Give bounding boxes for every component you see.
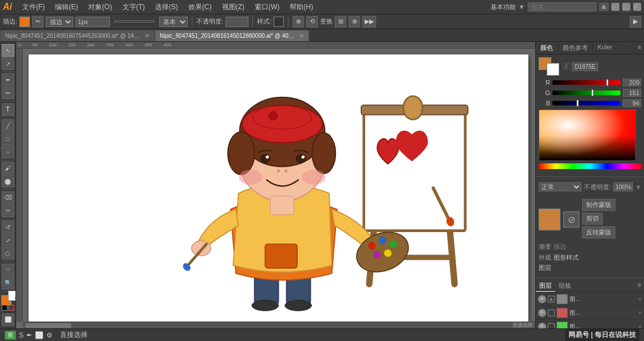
rotate-tool[interactable]: ↺ bbox=[2, 221, 14, 233]
clip-button[interactable]: 剪切 bbox=[582, 213, 603, 225]
bg-swatch[interactable] bbox=[547, 63, 559, 76]
r-value-input[interactable]: 209 bbox=[623, 79, 641, 87]
menu-object[interactable]: 对象(O) bbox=[84, 1, 116, 13]
stroke-mode-dropdown[interactable]: 描边 bbox=[46, 17, 73, 27]
tab-kuler[interactable]: Kuler bbox=[593, 42, 618, 54]
r-slider[interactable] bbox=[552, 80, 621, 85]
settings-icon[interactable]: ⚙ bbox=[46, 331, 53, 339]
transform-button[interactable]: ⟲ bbox=[306, 16, 318, 28]
layer-visibility-2[interactable]: 👁 bbox=[538, 309, 546, 317]
layer-options-2[interactable]: ○ bbox=[638, 309, 642, 316]
menu-edit[interactable]: 编辑(E) bbox=[50, 1, 82, 13]
tab-color-ref[interactable]: 颜色参考 bbox=[558, 42, 593, 54]
horizontal-scroll-thumb[interactable] bbox=[25, 323, 71, 328]
make-mask-button[interactable]: 制作蒙版 bbox=[582, 199, 615, 211]
search-input[interactable] bbox=[528, 2, 596, 11]
zoom-tool[interactable]: 🔍 bbox=[2, 277, 14, 289]
scale-tool[interactable]: ⤢ bbox=[2, 234, 14, 246]
layer-option[interactable]: 图层 bbox=[539, 264, 551, 272]
g-thumb[interactable] bbox=[591, 89, 594, 96]
menu-help[interactable]: 帮助(H) bbox=[285, 1, 318, 13]
s-icon[interactable]: S bbox=[19, 331, 23, 339]
pencil-tool[interactable]: ✏ bbox=[2, 87, 14, 99]
stroke-width-input[interactable] bbox=[76, 17, 110, 27]
b-slider[interactable] bbox=[552, 101, 621, 105]
layer-visibility-1[interactable]: 👁 bbox=[538, 295, 546, 303]
pen-icon[interactable]: ✒ bbox=[26, 331, 32, 339]
selection-tool[interactable]: ↖ bbox=[2, 44, 14, 57]
b-thumb[interactable] bbox=[576, 100, 579, 107]
tab-artboards[interactable]: 组板 bbox=[555, 280, 575, 292]
no-color-button[interactable]: ⊘ bbox=[563, 211, 579, 228]
tab-file-1[interactable]: Nipic_8047451_20140816075445263000.ai* @… bbox=[0, 30, 155, 41]
rect-icon[interactable]: ⬜ bbox=[35, 331, 44, 339]
tab-file-2[interactable]: Nipic_8047451_20140816145012880000.ai* @… bbox=[155, 30, 309, 41]
align-button[interactable]: ⊞ bbox=[335, 16, 346, 28]
layer-row-1[interactable]: 👁 图... ○ bbox=[536, 292, 644, 306]
stroke-indicator[interactable] bbox=[2, 305, 7, 311]
lang-switch-button[interactable]: 英 bbox=[5, 331, 16, 340]
blob-brush-tool[interactable]: ⬤ bbox=[2, 175, 14, 187]
b-value-input[interactable]: 94 bbox=[623, 99, 641, 107]
pen-tool[interactable]: ✒ bbox=[2, 73, 14, 86]
close-button[interactable]: ✕ bbox=[633, 3, 641, 11]
panel-menu-icon[interactable]: ≡ bbox=[635, 42, 644, 54]
shape-style-option[interactable]: 图形样式 bbox=[554, 253, 579, 262]
opacity-attr-input[interactable]: 100% bbox=[613, 182, 633, 191]
menu-select[interactable]: 选择(S) bbox=[151, 1, 183, 13]
menu-file[interactable]: 文件(F) bbox=[18, 1, 49, 13]
r-thumb[interactable] bbox=[606, 79, 609, 86]
g-slider[interactable] bbox=[552, 91, 621, 95]
hex-value[interactable]: D1975E bbox=[572, 62, 598, 71]
horizontal-scrollbar[interactable]: 直接选择 bbox=[23, 322, 535, 328]
stroke-style-dropdown[interactable]: 基本 bbox=[159, 17, 188, 27]
layer-options-3[interactable]: ○ bbox=[638, 323, 642, 328]
layer-options-1[interactable]: ○ bbox=[638, 296, 642, 302]
warp-tool[interactable]: 〰 bbox=[2, 264, 14, 276]
canvas-area[interactable]: 0 50 100 150 200 250 300 350 400 bbox=[16, 42, 535, 328]
tab-layers[interactable]: 图层 bbox=[536, 280, 555, 292]
scissors-tool[interactable]: ✂ bbox=[2, 205, 14, 217]
color-spectrum-picker[interactable] bbox=[539, 109, 636, 161]
layers-menu-icon[interactable]: ≡ bbox=[635, 280, 644, 292]
menu-view[interactable]: 视图(Z) bbox=[218, 1, 249, 13]
symbol-spray-button[interactable]: ⊕ bbox=[293, 16, 304, 28]
tab-close-2[interactable]: ✕ bbox=[299, 33, 304, 39]
layer-row-3[interactable]: 👁 图... ○ bbox=[536, 320, 644, 328]
screen-mode-button[interactable]: ⬜ bbox=[2, 313, 14, 326]
line-tool[interactable]: ╱ bbox=[2, 119, 14, 132]
ellipse-tool[interactable]: ○ bbox=[2, 146, 14, 158]
maximize-button[interactable]: □ bbox=[622, 3, 630, 11]
menu-text[interactable]: 文字(T) bbox=[118, 1, 149, 13]
eraser-tool[interactable]: ⌫ bbox=[2, 191, 14, 204]
layer-lock-1[interactable] bbox=[548, 296, 555, 303]
menu-effect[interactable]: 效果(C) bbox=[184, 1, 216, 13]
type-tool[interactable]: T bbox=[2, 103, 14, 116]
opacity-input[interactable]: 100% bbox=[226, 17, 248, 27]
layer-row-2[interactable]: 👁 图... ○ bbox=[536, 306, 644, 320]
stroke-color-swatch[interactable] bbox=[19, 17, 30, 27]
invert-button[interactable]: 反转蒙版 bbox=[582, 226, 615, 238]
tab-color[interactable]: 颜色 bbox=[536, 42, 558, 54]
paintbrush-tool[interactable]: 🖌 bbox=[2, 162, 14, 174]
layer-lock-2[interactable] bbox=[548, 309, 555, 316]
pen-tool-button[interactable]: ✏ bbox=[32, 16, 44, 28]
current-color-swatch[interactable] bbox=[539, 209, 560, 230]
g-value-input[interactable]: 151 bbox=[623, 89, 641, 97]
layer-visibility-3[interactable]: 👁 bbox=[538, 323, 546, 329]
layer-lock-3[interactable] bbox=[548, 323, 555, 329]
direct-selection-tool[interactable]: ↗ bbox=[2, 57, 14, 70]
menu-window[interactable]: 窗口(W) bbox=[250, 1, 284, 13]
hue-slider[interactable] bbox=[539, 163, 641, 169]
more-options-button[interactable]: ▶▶ bbox=[362, 16, 376, 28]
no-fill-indicator[interactable] bbox=[9, 305, 14, 311]
minimize-button[interactable]: — bbox=[611, 3, 619, 11]
shear-tool[interactable]: ⬡ bbox=[2, 247, 14, 260]
scroll-right-button[interactable]: ▶ bbox=[630, 16, 641, 28]
tab-close-1[interactable]: ✕ bbox=[145, 33, 149, 39]
style-swatch[interactable] bbox=[274, 17, 284, 27]
distort-button[interactable]: ⊗ bbox=[349, 16, 360, 28]
rect-tool[interactable]: □ bbox=[2, 132, 14, 145]
blend-mode-select[interactable]: 正常 bbox=[539, 182, 582, 191]
ai-menu-icon[interactable]: ≡ bbox=[599, 3, 609, 11]
